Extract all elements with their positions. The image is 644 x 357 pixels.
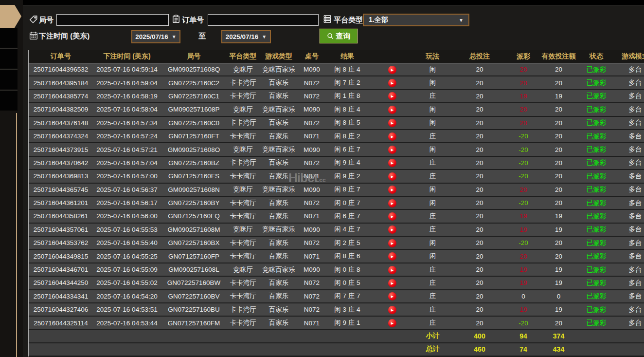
- cell-bet-time: 2025-07-16 04:53:44: [93, 319, 161, 327]
- total-row-total_bet: 460: [450, 345, 509, 353]
- order-no-input[interactable]: [208, 14, 319, 26]
- cell-play-type: 庄: [415, 158, 450, 167]
- cell-total-bet: 20: [450, 186, 509, 193]
- cell-game-type: 百家乐: [259, 305, 298, 314]
- cell-game-type: 百家乐: [259, 239, 298, 247]
- cell-platform-type: 卡卡湾厅: [227, 252, 259, 261]
- cell-game-type: 百家乐: [259, 199, 298, 207]
- replay-play-icon[interactable]: [388, 186, 396, 194]
- table-row: 2507160443965322025-07-16 04:59:14GM0902…: [29, 63, 644, 76]
- cell-bet-time: 2025-07-16 04:54:20: [93, 293, 161, 300]
- cell-replay: [369, 185, 415, 194]
- cell-status: 已派彩: [579, 185, 613, 194]
- replay-play-icon[interactable]: [388, 106, 396, 114]
- cell-total-bet: 20: [450, 172, 509, 180]
- cell-order-no: 250716044369813: [29, 172, 93, 180]
- cell-valid-bet: 19: [538, 306, 579, 313]
- replay-play-icon[interactable]: [388, 306, 396, 314]
- cell-game-no: GM0902571608P: [161, 106, 227, 113]
- cell-platform-type: 卡卡湾厅: [227, 239, 259, 247]
- replay-play-icon[interactable]: [388, 199, 396, 207]
- cell-valid-bet: 19: [538, 266, 579, 273]
- replay-play-icon[interactable]: [388, 92, 396, 100]
- cell-result: 闲 0 庄 7: [325, 199, 369, 207]
- game-no-input[interactable]: [56, 14, 169, 26]
- replay-play-icon[interactable]: [388, 79, 396, 87]
- date-from-select[interactable]: 2025/07/16 ▼: [131, 30, 180, 43]
- cell-order-no: 250716044357061: [29, 226, 93, 233]
- col-header-payout: 派彩: [509, 52, 538, 61]
- replay-play-icon[interactable]: [388, 66, 396, 74]
- date-to-select[interactable]: 2025/07/16 ▼: [221, 30, 271, 43]
- sidebar-menu-item[interactable]: [0, 70, 18, 91]
- platform-type-select[interactable]: 1.全部 ▼: [363, 14, 469, 26]
- clipboard-icon: [172, 15, 180, 23]
- cell-platform-type: 卡卡湾厅: [227, 92, 259, 100]
- bet-time-label: 下注时间 (美东): [39, 32, 89, 41]
- cell-payout: 19: [509, 279, 538, 286]
- cell-platform-type: 卡卡湾厅: [227, 305, 259, 314]
- cell-valid-bet: 19: [538, 93, 579, 100]
- cell-play-type: 庄: [415, 172, 450, 181]
- table-row: 2507160443274062025-07-16 04:53:51GN0722…: [29, 303, 644, 317]
- replay-play-icon[interactable]: [388, 292, 396, 301]
- total-row-payout: 74: [509, 345, 538, 353]
- table-row: 2507160443467012025-07-16 04:55:09GM0902…: [29, 263, 644, 277]
- cell-total-bet: 20: [450, 66, 509, 73]
- cell-play-type: 闲: [415, 185, 450, 194]
- cell-valid-bet: 0: [538, 293, 579, 300]
- cell-status: 已派彩: [579, 65, 613, 74]
- subtotal-row-total_bet: 400: [450, 332, 509, 340]
- cell-payout: 0: [509, 293, 538, 300]
- col-header-bet-time: 下注时间 (美东): [93, 52, 161, 61]
- replay-play-icon[interactable]: [388, 172, 396, 181]
- replay-play-icon[interactable]: [388, 319, 396, 327]
- cell-table-no: N072: [298, 293, 325, 300]
- cell-table-no: N072: [298, 119, 325, 127]
- sidebar-menu-item[interactable]: [0, 91, 18, 111]
- replay-play-icon[interactable]: [388, 212, 396, 221]
- replay-play-icon[interactable]: [388, 119, 396, 127]
- table-row: 2507160443739152025-07-16 04:57:21GM0902…: [29, 143, 644, 156]
- table-header-row: 订单号下注时间 (美东)局号平台类型游戏类型桌号结果玩法总投注派彩有效投注额状态…: [29, 50, 644, 63]
- cell-game-mode: 多台: [613, 212, 644, 221]
- table-row: 2507160443442502025-07-16 04:55:02GN0722…: [29, 277, 644, 290]
- replay-play-icon[interactable]: [388, 132, 396, 141]
- cell-platform-type: 卡卡湾厅: [227, 172, 259, 181]
- cell-total-bet: 20: [450, 132, 509, 140]
- subtotal-row-label: 小计: [415, 332, 450, 340]
- cell-result: 闲 0 庄 8: [325, 265, 369, 274]
- sidebar-menu-item[interactable]: [0, 28, 18, 49]
- replay-play-icon[interactable]: [388, 279, 396, 287]
- cell-game-no: GN072257160BY: [161, 199, 227, 207]
- cell-table-no: M090: [298, 66, 325, 73]
- cell-result: 闲 9 庄 1: [325, 319, 369, 327]
- cell-payout: -20: [509, 146, 538, 153]
- cell-order-no: 250716044346701: [29, 266, 93, 273]
- cell-replay: [369, 145, 415, 154]
- cell-game-no: GN072257160BX: [161, 239, 227, 246]
- replay-play-icon[interactable]: [388, 252, 396, 261]
- replay-play-icon[interactable]: [388, 239, 396, 247]
- cell-game-mode: 多台: [613, 225, 644, 234]
- query-button[interactable]: 查询: [320, 29, 358, 43]
- replay-play-icon[interactable]: [388, 225, 396, 234]
- replay-play-icon[interactable]: [388, 159, 396, 167]
- cell-bet-time: 2025-07-16 04:53:51: [93, 306, 161, 313]
- cell-status: 已派彩: [579, 92, 613, 100]
- col-header-valid-bet: 有效投注额: [538, 52, 579, 61]
- cell-status: 已派彩: [579, 265, 613, 274]
- cell-game-no: GN071257160FM: [161, 319, 227, 327]
- cell-valid-bet: 20: [538, 186, 579, 193]
- cell-game-type: 竞咪百家乐: [259, 185, 298, 194]
- cell-bet-time: 2025-07-16 04:58:19: [93, 93, 161, 100]
- cell-payout: -20: [509, 239, 538, 246]
- replay-play-icon[interactable]: [388, 266, 396, 274]
- replay-play-icon[interactable]: [388, 146, 396, 154]
- cell-game-type: 竞咪百家乐: [259, 65, 298, 74]
- cell-play-type: 闲: [415, 105, 450, 114]
- cell-order-no: 250716044385774: [29, 93, 93, 100]
- sidebar-active-tab[interactable]: [0, 5, 21, 28]
- sidebar-menu-item[interactable]: [0, 49, 18, 70]
- cell-valid-bet: 20: [538, 239, 579, 246]
